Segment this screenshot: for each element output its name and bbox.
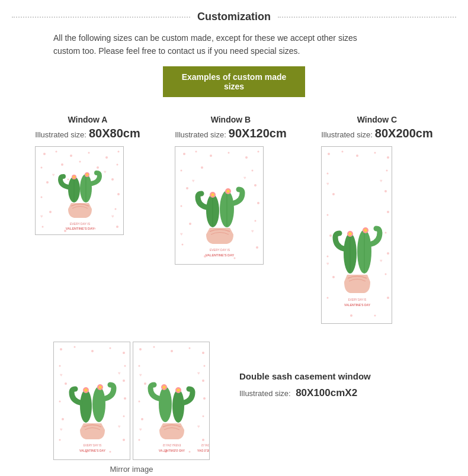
svg-point-118 xyxy=(124,397,126,400)
double-sash-info: Double sash casement window Illustrated … xyxy=(222,342,371,399)
svg-point-119 xyxy=(62,418,64,420)
divider-right xyxy=(278,17,456,18)
svg-text:♥: ♥ xyxy=(104,169,107,175)
svg-point-147 xyxy=(139,400,140,402)
svg-point-22 xyxy=(116,226,118,228)
double-sash-size-prefix: Illustrated size: xyxy=(239,389,291,398)
svg-point-68 xyxy=(227,189,230,192)
svg-point-115 xyxy=(65,382,67,385)
window-a-illustration: ♥♥ ♥♥ xyxy=(35,146,124,235)
svg-text:♥: ♥ xyxy=(118,371,121,376)
svg-point-149 xyxy=(141,418,143,420)
svg-point-19 xyxy=(42,226,44,227)
svg-point-32 xyxy=(73,176,75,178)
svg-text:♥: ♥ xyxy=(139,427,142,432)
svg-point-45 xyxy=(201,166,203,169)
svg-point-49 xyxy=(181,205,182,207)
window-a-size-row: Illustrated size: 80X80cm xyxy=(35,127,140,140)
svg-point-39 xyxy=(195,150,197,152)
bottom-section: ♥♥ ♥♥ EVERY DAY IS VALENT xyxy=(0,342,468,476)
svg-point-77 xyxy=(327,172,329,174)
svg-text:EVERY DAY IS: EVERY DAY IS xyxy=(210,248,230,252)
svg-text:♥: ♥ xyxy=(380,258,383,263)
window-c-size-row: Illustrated size: 80X200cm xyxy=(321,127,433,140)
svg-text:♥: ♥ xyxy=(60,427,63,432)
svg-point-143 xyxy=(139,365,140,366)
svg-text:VALENTINE'S DAY: VALENTINE'S DAY xyxy=(197,449,210,452)
svg-point-46 xyxy=(252,169,254,171)
svg-text:EVERY DAY IS: EVERY DAY IS xyxy=(348,298,367,301)
svg-point-86 xyxy=(387,252,389,255)
svg-text:♥: ♥ xyxy=(251,229,254,234)
window-c-illustration: ♥♥ ♥♥ EVERY DAY IS VALENTINE'S DAY xyxy=(321,146,392,324)
svg-point-13 xyxy=(68,178,69,180)
svg-point-79 xyxy=(332,193,335,195)
svg-text:VALENTINE'S DAY: VALENTINE'S DAY xyxy=(66,227,95,230)
svg-point-89 xyxy=(327,297,329,298)
svg-text:EVERY DAY IS: EVERY DAY IS xyxy=(70,222,91,226)
svg-rect-37 xyxy=(175,147,264,265)
svg-point-7 xyxy=(41,166,43,168)
svg-point-116 xyxy=(123,379,125,382)
svg-point-14 xyxy=(111,178,114,181)
window-b-size-value: 90X120cm xyxy=(229,127,287,140)
svg-point-11 xyxy=(117,163,118,165)
window-a-size-value: 80X80cm xyxy=(89,127,140,140)
svg-point-150 xyxy=(203,415,204,417)
svg-point-51 xyxy=(189,223,191,225)
svg-point-134 xyxy=(99,385,102,388)
window-b-label: Window B xyxy=(211,115,251,124)
svg-text:♥: ♥ xyxy=(326,181,329,186)
svg-rect-107 xyxy=(54,342,130,460)
svg-point-38 xyxy=(183,153,185,155)
svg-point-108 xyxy=(60,348,62,350)
custom-sizes-button[interactable]: Examples of custom made sizes xyxy=(163,66,305,97)
svg-point-121 xyxy=(59,439,61,440)
svg-point-53 xyxy=(182,243,184,245)
svg-point-18 xyxy=(115,208,117,210)
svg-text:VALENTINE'S DAY: VALENTINE'S DAY xyxy=(79,449,106,452)
svg-point-88 xyxy=(385,273,387,275)
double-sash-size-row: Illustrated size: 80X100cmX2 xyxy=(239,387,371,399)
svg-text:EVERY DAY IS: EVERY DAY IS xyxy=(163,444,181,447)
svg-point-138 xyxy=(139,348,142,350)
svg-point-48 xyxy=(254,184,257,186)
svg-point-74 xyxy=(356,155,358,157)
svg-point-91 xyxy=(374,314,376,316)
svg-point-142 xyxy=(202,352,204,354)
svg-point-141 xyxy=(189,347,191,349)
svg-text:♥: ♥ xyxy=(380,178,383,184)
svg-point-2 xyxy=(56,150,57,152)
svg-point-8 xyxy=(61,163,63,166)
svg-point-43 xyxy=(258,150,259,152)
svg-point-1 xyxy=(43,153,46,155)
svg-point-112 xyxy=(123,352,125,354)
svg-point-104 xyxy=(364,229,367,231)
svg-point-56 xyxy=(256,246,258,249)
svg-text:♥: ♥ xyxy=(111,214,114,219)
svg-point-87 xyxy=(332,276,335,278)
svg-point-66 xyxy=(211,193,214,196)
svg-point-110 xyxy=(91,350,94,352)
svg-text:♥: ♥ xyxy=(243,175,246,181)
svg-point-50 xyxy=(257,202,259,204)
mirror-label: Mirror image xyxy=(110,465,153,474)
window-b-item: Window B Illustrated size: 90X120cm xyxy=(175,115,287,265)
svg-text:EVERY DAY IS: EVERY DAY IS xyxy=(201,444,210,447)
svg-point-84 xyxy=(385,231,387,233)
window-a-label: Window A xyxy=(68,115,107,124)
svg-point-10 xyxy=(97,166,99,169)
svg-text:♥: ♥ xyxy=(139,372,142,378)
intro-text: All the following sizes can be custom ma… xyxy=(0,28,468,66)
svg-point-154 xyxy=(202,439,204,441)
window-a-item: Window A Illustrated size: 80X80cm xyxy=(35,115,140,235)
svg-point-76 xyxy=(387,156,389,159)
svg-point-3 xyxy=(70,155,72,157)
svg-point-123 xyxy=(110,451,111,452)
svg-point-153 xyxy=(189,451,191,452)
divider-left xyxy=(12,17,190,18)
svg-point-151 xyxy=(139,439,140,440)
svg-point-5 xyxy=(105,156,108,159)
svg-point-4 xyxy=(88,152,90,153)
svg-point-162 xyxy=(177,388,180,391)
